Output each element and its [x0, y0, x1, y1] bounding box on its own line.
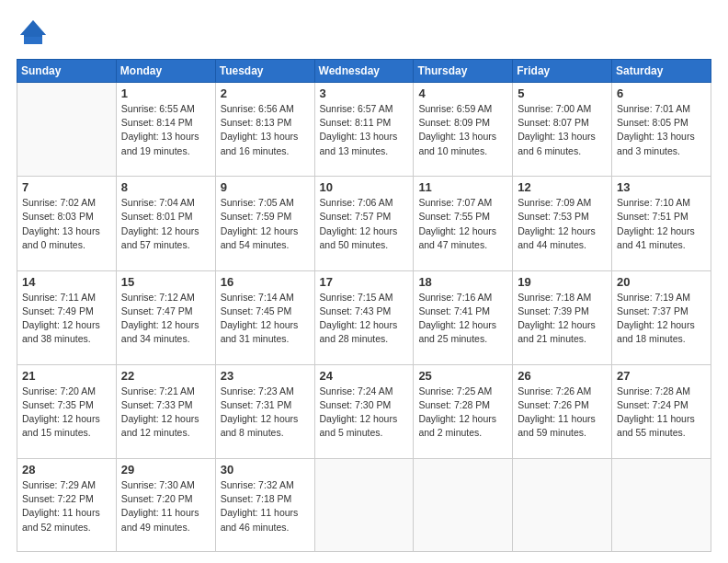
day-number: 24 — [320, 369, 409, 383]
calendar-cell — [513, 459, 612, 552]
weekday-header-wednesday: Wednesday — [314, 60, 414, 83]
day-info: Sunrise: 7:23 AMSunset: 7:31 PMDaylight:… — [221, 385, 310, 441]
calendar-cell — [17, 83, 117, 177]
day-number: 18 — [418, 275, 507, 289]
day-info: Sunrise: 6:57 AMSunset: 8:11 PMDaylight:… — [320, 102, 409, 158]
calendar-cell: 8Sunrise: 7:04 AMSunset: 8:01 PMDaylight… — [116, 177, 215, 270]
day-info: Sunrise: 6:55 AMSunset: 8:14 PMDaylight:… — [121, 102, 210, 158]
calendar-cell: 28Sunrise: 7:29 AMSunset: 7:22 PMDayligh… — [17, 459, 117, 552]
logo — [17, 17, 53, 50]
day-number: 9 — [221, 180, 310, 194]
day-number: 14 — [22, 275, 111, 289]
calendar-cell: 12Sunrise: 7:09 AMSunset: 7:53 PMDayligh… — [513, 177, 612, 270]
day-info: Sunrise: 7:07 AMSunset: 7:55 PMDaylight:… — [418, 196, 507, 252]
day-info: Sunrise: 7:30 AMSunset: 7:20 PMDaylight:… — [121, 478, 210, 534]
weekday-header-row: SundayMondayTuesdayWednesdayThursdayFrid… — [17, 60, 711, 83]
week-row-3: 14Sunrise: 7:11 AMSunset: 7:49 PMDayligh… — [17, 270, 711, 364]
day-info: Sunrise: 7:25 AMSunset: 7:28 PMDaylight:… — [418, 385, 507, 441]
calendar-cell: 23Sunrise: 7:23 AMSunset: 7:31 PMDayligh… — [215, 364, 314, 458]
day-number: 5 — [518, 86, 607, 100]
day-number: 7 — [22, 180, 111, 194]
day-info: Sunrise: 7:02 AMSunset: 8:03 PMDaylight:… — [22, 196, 111, 252]
day-info: Sunrise: 7:09 AMSunset: 7:53 PMDaylight:… — [518, 196, 607, 252]
day-number: 12 — [518, 180, 607, 194]
day-info: Sunrise: 7:10 AMSunset: 7:51 PMDaylight:… — [617, 196, 706, 252]
week-row-4: 21Sunrise: 7:20 AMSunset: 7:35 PMDayligh… — [17, 364, 711, 458]
day-number: 22 — [121, 369, 210, 383]
day-info: Sunrise: 7:11 AMSunset: 7:49 PMDaylight:… — [22, 291, 111, 347]
day-info: Sunrise: 7:32 AMSunset: 7:18 PMDaylight:… — [221, 478, 310, 534]
week-row-1: 1Sunrise: 6:55 AMSunset: 8:14 PMDaylight… — [17, 83, 711, 177]
calendar-cell: 13Sunrise: 7:10 AMSunset: 7:51 PMDayligh… — [612, 177, 711, 270]
day-number: 8 — [121, 180, 210, 194]
calendar-cell: 4Sunrise: 6:59 AMSunset: 8:09 PMDaylight… — [414, 83, 513, 177]
day-number: 1 — [121, 86, 210, 100]
day-info: Sunrise: 7:06 AMSunset: 7:57 PMDaylight:… — [320, 196, 409, 252]
calendar-cell — [314, 459, 414, 552]
calendar-table: SundayMondayTuesdayWednesdayThursdayFrid… — [17, 59, 711, 552]
day-info: Sunrise: 6:59 AMSunset: 8:09 PMDaylight:… — [418, 102, 507, 158]
day-number: 6 — [617, 86, 706, 100]
calendar-cell: 1Sunrise: 6:55 AMSunset: 8:14 PMDaylight… — [116, 83, 215, 177]
weekday-header-friday: Friday — [513, 60, 612, 83]
calendar-cell: 19Sunrise: 7:18 AMSunset: 7:39 PMDayligh… — [513, 270, 612, 364]
day-number: 17 — [320, 275, 409, 289]
day-number: 4 — [418, 86, 507, 100]
day-number: 28 — [22, 463, 111, 477]
calendar-cell: 22Sunrise: 7:21 AMSunset: 7:33 PMDayligh… — [116, 364, 215, 458]
header — [17, 17, 711, 50]
day-number: 19 — [518, 275, 607, 289]
day-info: Sunrise: 7:15 AMSunset: 7:43 PMDaylight:… — [320, 291, 409, 347]
week-row-2: 7Sunrise: 7:02 AMSunset: 8:03 PMDaylight… — [17, 177, 711, 270]
calendar-cell: 7Sunrise: 7:02 AMSunset: 8:03 PMDaylight… — [17, 177, 117, 270]
weekday-header-saturday: Saturday — [612, 60, 711, 83]
calendar-cell: 5Sunrise: 7:00 AMSunset: 8:07 PMDaylight… — [513, 83, 612, 177]
day-number: 25 — [418, 369, 507, 383]
day-number: 29 — [121, 463, 210, 477]
calendar-cell: 11Sunrise: 7:07 AMSunset: 7:55 PMDayligh… — [414, 177, 513, 270]
day-number: 13 — [617, 180, 706, 194]
day-info: Sunrise: 7:05 AMSunset: 7:59 PMDaylight:… — [221, 196, 310, 252]
day-info: Sunrise: 7:20 AMSunset: 7:35 PMDaylight:… — [22, 385, 111, 441]
calendar-cell: 3Sunrise: 6:57 AMSunset: 8:11 PMDaylight… — [314, 83, 414, 177]
svg-marker-1 — [20, 20, 46, 37]
calendar-cell: 14Sunrise: 7:11 AMSunset: 7:49 PMDayligh… — [17, 270, 117, 364]
calendar-cell: 29Sunrise: 7:30 AMSunset: 7:20 PMDayligh… — [116, 459, 215, 552]
day-info: Sunrise: 6:56 AMSunset: 8:13 PMDaylight:… — [221, 102, 310, 158]
calendar-cell: 16Sunrise: 7:14 AMSunset: 7:45 PMDayligh… — [215, 270, 314, 364]
day-info: Sunrise: 7:14 AMSunset: 7:45 PMDaylight:… — [221, 291, 310, 347]
day-number: 2 — [221, 86, 310, 100]
calendar-cell: 30Sunrise: 7:32 AMSunset: 7:18 PMDayligh… — [215, 459, 314, 552]
calendar-cell: 18Sunrise: 7:16 AMSunset: 7:41 PMDayligh… — [414, 270, 513, 364]
day-info: Sunrise: 7:12 AMSunset: 7:47 PMDaylight:… — [121, 291, 210, 347]
day-number: 20 — [617, 275, 706, 289]
weekday-header-sunday: Sunday — [17, 60, 117, 83]
day-number: 10 — [320, 180, 409, 194]
day-info: Sunrise: 7:16 AMSunset: 7:41 PMDaylight:… — [418, 291, 507, 347]
calendar-cell — [414, 459, 513, 552]
calendar-cell: 26Sunrise: 7:26 AMSunset: 7:26 PMDayligh… — [513, 364, 612, 458]
day-info: Sunrise: 7:24 AMSunset: 7:30 PMDaylight:… — [320, 385, 409, 441]
day-info: Sunrise: 7:26 AMSunset: 7:26 PMDaylight:… — [518, 385, 607, 441]
calendar-cell: 6Sunrise: 7:01 AMSunset: 8:05 PMDaylight… — [612, 83, 711, 177]
day-number: 21 — [22, 369, 111, 383]
weekday-header-monday: Monday — [116, 60, 215, 83]
day-info: Sunrise: 7:00 AMSunset: 8:07 PMDaylight:… — [518, 102, 607, 158]
day-number: 23 — [221, 369, 310, 383]
calendar-cell: 9Sunrise: 7:05 AMSunset: 7:59 PMDaylight… — [215, 177, 314, 270]
calendar-cell — [612, 459, 711, 552]
day-info: Sunrise: 7:04 AMSunset: 8:01 PMDaylight:… — [121, 196, 210, 252]
calendar-cell: 15Sunrise: 7:12 AMSunset: 7:47 PMDayligh… — [116, 270, 215, 364]
day-number: 3 — [320, 86, 409, 100]
calendar-cell: 21Sunrise: 7:20 AMSunset: 7:35 PMDayligh… — [17, 364, 117, 458]
calendar-cell: 2Sunrise: 6:56 AMSunset: 8:13 PMDaylight… — [215, 83, 314, 177]
calendar-cell: 27Sunrise: 7:28 AMSunset: 7:24 PMDayligh… — [612, 364, 711, 458]
calendar-cell: 10Sunrise: 7:06 AMSunset: 7:57 PMDayligh… — [314, 177, 414, 270]
day-info: Sunrise: 7:28 AMSunset: 7:24 PMDaylight:… — [617, 385, 706, 441]
day-number: 27 — [617, 369, 706, 383]
day-number: 11 — [418, 180, 507, 194]
logo-icon — [17, 17, 50, 50]
day-info: Sunrise: 7:19 AMSunset: 7:37 PMDaylight:… — [617, 291, 706, 347]
day-info: Sunrise: 7:21 AMSunset: 7:33 PMDaylight:… — [121, 385, 210, 441]
weekday-header-thursday: Thursday — [414, 60, 513, 83]
